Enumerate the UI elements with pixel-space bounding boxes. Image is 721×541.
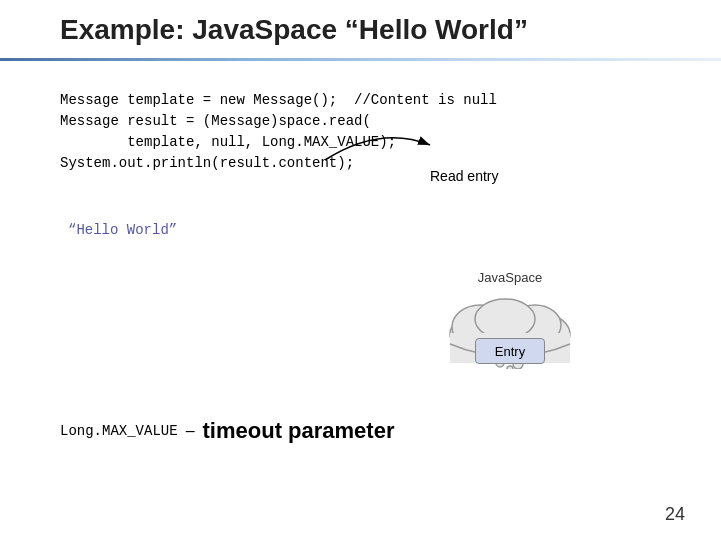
code-line-1: Message template = new Message(); //Cont… [60, 90, 497, 111]
svg-point-7 [507, 366, 513, 369]
dash: – [186, 422, 195, 440]
read-arrow-svg [320, 120, 440, 170]
long-max-code: Long.MAX_VALUE [60, 423, 178, 439]
read-entry-label: Read entry [430, 168, 498, 184]
timeout-desc: timeout parameter [203, 418, 395, 444]
top-border [0, 58, 721, 61]
slide-title: Example: JavaSpace “Hello World” [60, 14, 528, 46]
hello-world-output: “Hello World” [68, 222, 177, 238]
long-max-line: Long.MAX_VALUE – timeout parameter [60, 418, 394, 444]
page-number: 24 [665, 504, 685, 525]
slide: Example: JavaSpace “Hello World” Message… [0, 0, 721, 541]
arrow-container [320, 120, 440, 170]
javaspace-label: JavaSpace [430, 270, 590, 285]
entry-box: Entry [475, 338, 545, 364]
